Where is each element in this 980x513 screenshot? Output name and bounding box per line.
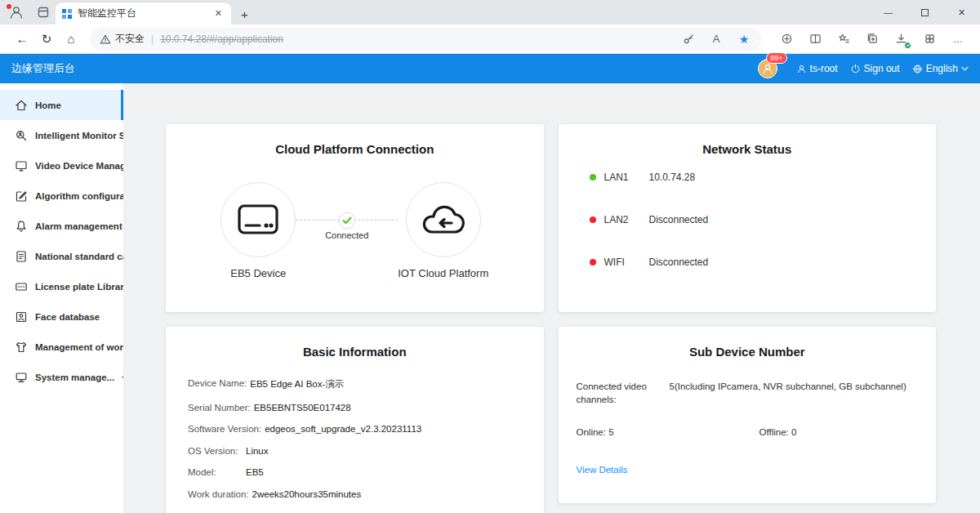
interface-name: LAN2 — [604, 214, 649, 225]
video-device-icon — [15, 159, 28, 172]
cloud-connection-diagram: EB5 Device Connected IOT Cloud — [166, 182, 544, 279]
status-dot-red-icon — [590, 259, 596, 265]
home-icon[interactable]: ⌂ — [59, 27, 83, 51]
view-details-link[interactable]: View Details — [577, 465, 628, 475]
favorite-star-icon[interactable]: ★ — [737, 32, 751, 47]
globe-icon — [912, 64, 923, 74]
user-menu[interactable]: ts-root — [796, 63, 838, 74]
chevron-down-icon — [122, 372, 123, 382]
language-label: English — [926, 63, 958, 74]
language-selector[interactable]: English — [912, 63, 969, 74]
extensions-icon[interactable] — [922, 32, 937, 47]
browser-tab[interactable]: 智能监控平台 ✕ — [56, 2, 231, 25]
sidebar-item-work-management[interactable]: Management of work ... — [0, 332, 123, 362]
browser-profile-icon[interactable] — [8, 4, 24, 20]
device-circle — [220, 182, 296, 257]
computer-icon — [15, 371, 28, 384]
password-key-icon[interactable] — [681, 32, 696, 47]
address-bar[interactable]: 不安全 | 10.0.74.28/#/app/application A ★ — [90, 28, 761, 51]
info-row-work-duration: Work duration: 2weeks20hours35minutes — [188, 489, 544, 499]
network-row-lan1: LAN1 10.0.74.28 — [590, 156, 937, 199]
close-button[interactable]: ✕ — [943, 0, 980, 25]
edit-square-icon — [15, 190, 28, 203]
interface-value: Disconnected — [649, 214, 709, 225]
sign-out-icon — [850, 64, 861, 74]
sidebar-item-home[interactable]: Home — [0, 90, 123, 120]
downloads-icon[interactable] — [893, 32, 908, 47]
monitor-search-icon — [15, 129, 28, 142]
user-name: ts-root — [810, 63, 838, 74]
offline-count: Offline: 0 — [760, 427, 797, 437]
sidebar-item-intelligent-monitor[interactable]: Intelligent Monitor St... — [0, 120, 123, 150]
face-card-icon — [15, 310, 28, 323]
download-complete-icon — [904, 42, 911, 49]
status-dot-red-icon — [590, 216, 596, 223]
shirt-icon — [15, 341, 28, 354]
cloud-platform-card: Cloud Platform Connection EB5 Device — [166, 124, 544, 312]
cloud-platform-icon — [418, 201, 469, 239]
sidebar-item-national-standard[interactable]: National standard cas... — [0, 241, 123, 271]
minimize-button[interactable]: — — [870, 0, 906, 25]
url-text: 10.0.74.28/#/app/application — [160, 33, 283, 45]
network-status-card: Network Status LAN1 10.0.74.28 LAN2 Disc… — [559, 124, 937, 312]
channels-value: 5(Including IPcamera, NVR subchannel, GB… — [670, 380, 906, 406]
cloud-card-title: Cloud Platform Connection — [166, 124, 544, 156]
more-options-icon[interactable]: … — [951, 32, 965, 47]
info-row-serial-number: Serial Number: EB5EBNTS50E017428 — [188, 403, 544, 413]
collections-icon[interactable] — [865, 32, 880, 47]
status-dot-green-icon — [590, 174, 596, 181]
workspaces-icon[interactable] — [36, 5, 51, 20]
sidebar-item-system-manage[interactable]: System manage... — [0, 362, 123, 392]
sign-out-button[interactable]: Sign out — [850, 63, 900, 74]
main-content: Cloud Platform Connection EB5 Device — [124, 83, 980, 513]
basic-card-title: Basic Information — [166, 327, 544, 359]
favorites-icon[interactable] — [836, 32, 851, 47]
sub-card-title: Sub Device Number — [559, 327, 937, 359]
address-separator: | — [151, 33, 154, 45]
sub-device-card: Sub Device Number Connected video channe… — [559, 327, 937, 503]
cloud-label: IOT Cloud Platform — [398, 267, 488, 279]
info-row-os-version: OS Version: Linux — [188, 446, 544, 456]
device-label: EB5 Device — [230, 267, 286, 279]
browser-toolbar: ← ↻ ⌂ 不安全 | 10.0.74.28/#/app/application… — [0, 25, 980, 54]
user-avatar[interactable]: 99+ — [758, 59, 777, 78]
sidebar-item-license-plate[interactable]: License plate Library — [0, 271, 123, 301]
cloud-node: IOT Cloud Platform — [398, 182, 488, 279]
tab-close-icon[interactable]: ✕ — [212, 8, 225, 19]
cloud-circle — [406, 182, 481, 257]
notification-badge: 99+ — [766, 52, 786, 64]
channels-row: Connected video channels: 5(Including IP… — [577, 380, 937, 406]
sidebar-item-algorithm-config[interactable]: Algorithm configurati... — [0, 181, 123, 211]
split-screen-icon[interactable] — [808, 32, 822, 47]
sidebar-item-video-device[interactable]: Video Device Manage — [0, 150, 123, 181]
read-aloud-icon[interactable]: A — [709, 32, 724, 47]
back-icon[interactable]: ← — [10, 27, 34, 51]
device-node: EB5 Device — [220, 182, 296, 279]
new-tab-button[interactable]: + — [231, 7, 258, 25]
basic-information-card: Basic Information Device Name: EB5 Edge … — [166, 327, 544, 513]
app-title: 边缘管理后台 — [11, 61, 75, 76]
maximize-button[interactable] — [906, 0, 943, 25]
license-plate-icon — [15, 280, 28, 293]
sidebar-item-face-database[interactable]: Face database — [0, 301, 123, 332]
app-header: 边缘管理后台 99+ ts-root Sign out English — [0, 54, 980, 83]
tab-title: 智能监控平台 — [78, 7, 207, 20]
interface-name: LAN1 — [604, 172, 649, 183]
network-row-lan2: LAN2 Disconnected — [590, 199, 937, 241]
document-list-icon — [15, 250, 28, 263]
security-chip[interactable]: 不安全 — [100, 32, 145, 46]
connection-line: Connected — [296, 220, 398, 221]
connection-status: Connected — [296, 230, 398, 240]
browser-essentials-icon[interactable] — [779, 32, 794, 47]
refresh-icon[interactable]: ↻ — [34, 27, 59, 51]
browser-tab-strip: 智能监控平台 ✕ + — ✕ — [0, 0, 980, 25]
security-label: 不安全 — [115, 32, 145, 46]
edge-device-icon — [235, 201, 281, 239]
sidebar: Home Intelligent Monitor St... Video Dev… — [0, 83, 124, 513]
warning-icon — [100, 33, 111, 45]
tab-favicon-icon — [62, 9, 72, 19]
sidebar-item-alarm[interactable]: Alarm management — [0, 211, 123, 241]
interface-value: Disconnected — [649, 256, 709, 268]
online-count: Online: 5 — [577, 427, 760, 437]
user-icon — [796, 64, 807, 74]
